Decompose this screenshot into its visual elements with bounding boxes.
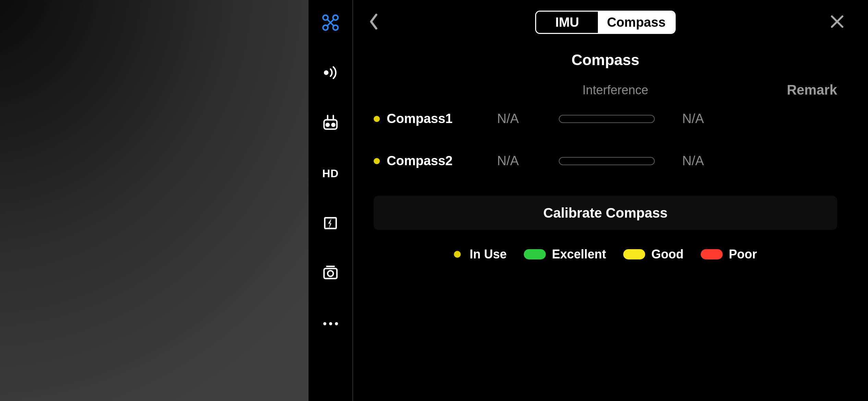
more-icon [323,322,338,325]
camera-icon [322,264,339,283]
compass-remark: N/A [672,154,837,168]
svg-point-4 [324,71,328,75]
sidebar-item-more[interactable] [321,314,340,333]
back-button[interactable] [363,12,384,33]
legend-excellent: Excellent [552,247,606,262]
compass-row-2: Compass2 N/A N/A [374,154,837,168]
in-use-dot-icon [454,251,461,258]
column-header-interference: Interference [559,83,672,97]
compass-name: Compass1 [387,111,453,126]
svg-point-8 [326,123,329,126]
battery-nav-icon [322,214,339,233]
hd-icon: HD [322,167,339,180]
compass-remark: N/A [672,111,837,126]
tab-imu[interactable]: IMU [536,12,598,33]
pill-red-icon [701,249,723,259]
compass-status: N/A [497,154,559,168]
interference-bar [559,115,655,123]
column-header-remark: Remark [672,82,837,98]
signal-icon [322,64,339,83]
camera-background [0,0,309,401]
svg-rect-10 [325,218,336,228]
section-title: Compass [374,51,837,69]
close-button[interactable] [827,12,847,33]
drone-icon [322,14,339,33]
calibrate-compass-button[interactable]: Calibrate Compass [374,196,837,230]
chevron-left-icon [368,13,379,32]
legend-poor: Poor [729,247,757,262]
compass-row-1: Compass1 N/A N/A [374,111,837,126]
sidebar-item-rc[interactable] [321,114,340,133]
imu-compass-segment: IMU Compass [535,11,675,34]
svg-point-13 [328,271,334,277]
compass-status: N/A [497,111,559,126]
sidebar-item-sensing[interactable] [321,64,340,83]
close-icon [830,14,845,31]
pill-yellow-icon [623,249,645,259]
compass-name: Compass2 [387,154,453,168]
sidebar-item-battery[interactable] [321,214,340,233]
sensor-state-panel: IMU Compass Compass Interference Remark … [353,0,868,401]
legend-in-use: In Use [470,247,507,262]
in-use-dot-icon [374,116,380,122]
svg-point-9 [332,123,335,126]
sidebar-item-hd[interactable]: HD [321,164,340,183]
settings-sidebar: HD [309,0,353,401]
legend: In Use Excellent Good Poor [374,247,837,262]
sidebar-item-drone[interactable] [321,14,340,33]
pill-green-icon [524,249,546,259]
interference-bar [559,157,655,165]
sidebar-item-camera[interactable] [321,264,340,283]
legend-good: Good [651,247,684,262]
in-use-dot-icon [374,158,380,164]
rc-icon [322,114,339,133]
tab-compass[interactable]: Compass [598,12,674,33]
